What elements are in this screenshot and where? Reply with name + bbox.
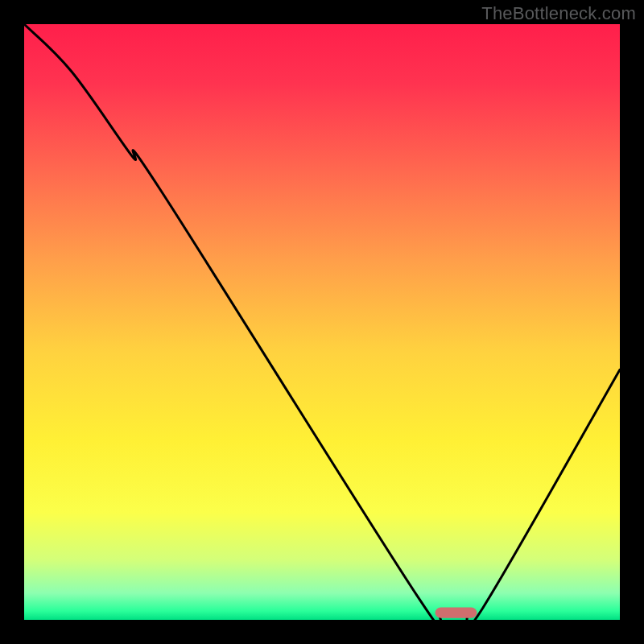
optimal-marker (436, 607, 477, 617)
gradient-background (24, 24, 620, 620)
chart-container: TheBottleneck.com (0, 0, 644, 644)
plot-area (24, 24, 620, 620)
chart-svg (24, 24, 620, 620)
watermark-text: TheBottleneck.com (481, 3, 636, 24)
